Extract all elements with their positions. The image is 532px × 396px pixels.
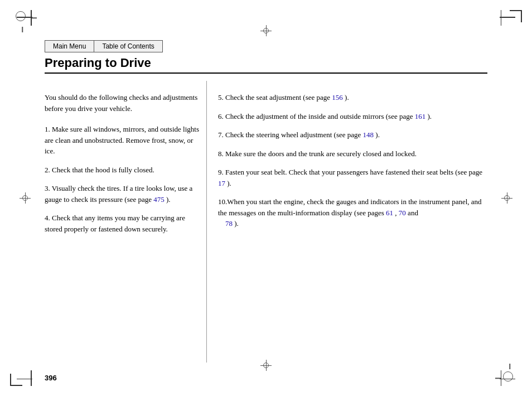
link-61[interactable]: 61 (386, 209, 393, 217)
item-7-num: 7. (218, 131, 225, 139)
reg-mark-top-left (16, 11, 29, 25)
list-item-10: 10.When you start the engine, check the … (218, 196, 487, 229)
item-9-after: ). (225, 179, 231, 187)
crosshair-right (501, 192, 512, 204)
item-4-num: 4. (45, 214, 52, 222)
item-10-sep1: , (393, 209, 399, 217)
item-8-num: 8. (218, 149, 225, 158)
list-item-3: 3. Visually check the tires. If a tire l… (45, 183, 201, 205)
intro-text: You should do the following checks and a… (45, 92, 201, 114)
link-78[interactable]: 78 (225, 219, 233, 228)
toc-button[interactable]: Table of Contents (94, 40, 162, 52)
list-item-6: 6. Check the adjustment of the inside an… (218, 111, 487, 122)
item-7-after: ). (374, 131, 380, 139)
item-1-num: 1. (45, 125, 52, 133)
link-161[interactable]: 161 (415, 112, 426, 120)
item-2-num: 2. (45, 166, 52, 174)
list-item-1: 1. Make sure all windows, mirrors, and o… (45, 124, 201, 157)
item-8-text: Make sure the doors and the trunk are se… (225, 149, 417, 158)
list-item-4: 4. Check that any items you may be carry… (45, 213, 201, 234)
list-item-5: 5. Check the seat adjustment (see page 1… (218, 92, 487, 103)
margin-line-right-top (501, 10, 502, 26)
item-6-num: 6. (218, 112, 225, 120)
item-4-text: Check that any items you may be carrying… (45, 214, 185, 233)
item-3-after: ). (165, 195, 171, 204)
crosshair-left (20, 192, 31, 204)
main-menu-button[interactable]: Main Menu (45, 40, 94, 52)
crosshair-top (260, 25, 272, 36)
page-title-area: Preparing to Drive (45, 56, 487, 74)
link-475[interactable]: 475 (153, 195, 165, 204)
item-5-text: Check the seat adjustment (see page (225, 93, 332, 102)
margin-h-right-bottom (500, 379, 515, 380)
page-title: Preparing to Drive (45, 56, 487, 70)
item-5-after: ). (343, 93, 349, 102)
link-156[interactable]: 156 (332, 93, 343, 102)
list-item-8: 8. Make sure the doors and the trunk are… (218, 148, 487, 160)
list-item-9: 9. Fasten your seat belt. Check that you… (218, 167, 487, 189)
item-6-text: Check the adjustment of the inside and o… (225, 112, 415, 120)
list-item-7: 7. Check the steering wheel adjustment (… (218, 129, 487, 141)
item-10-num: 10. (218, 197, 227, 206)
bracket-bottom-left (10, 374, 22, 386)
item-1-text: Make sure all windows, mirrors, and outs… (45, 125, 199, 155)
link-148[interactable]: 148 (363, 131, 374, 139)
left-column: You should do the following checks and a… (45, 81, 201, 363)
margin-h-left-top (17, 17, 32, 18)
item-2-text: Check that the hood is fully closed. (52, 166, 154, 174)
link-70[interactable]: 70 (399, 209, 406, 217)
margin-h-left-bottom (17, 379, 32, 380)
item-6-after: ). (425, 112, 432, 120)
item-5-num: 5. (218, 93, 225, 102)
nav-bar: Main Menu Table of Contents (45, 40, 163, 52)
right-column: 5. Check the seat adjustment (see page 1… (212, 81, 487, 363)
item-7-text: Check the steering wheel adjustment (see… (225, 131, 363, 139)
title-rule (45, 73, 487, 74)
column-divider (206, 81, 207, 363)
item-10-text: When you start the engine, check the gau… (218, 197, 482, 217)
margin-h-right-top (500, 17, 515, 18)
bracket-top-right (510, 10, 522, 22)
link-17[interactable]: 17 (218, 179, 225, 187)
page-number: 396 (45, 374, 57, 382)
item-10-after: ). (233, 219, 239, 228)
item-3-num: 3. (45, 184, 52, 192)
content-area: You should do the following checks and a… (45, 81, 487, 363)
margin-line-left-top (31, 10, 32, 26)
list-item-2: 2. Check that the hood is fully closed. (45, 165, 201, 176)
item-9-text: Fasten your seat belt. Check that your p… (225, 168, 482, 176)
item-9-num: 9. (218, 168, 225, 176)
